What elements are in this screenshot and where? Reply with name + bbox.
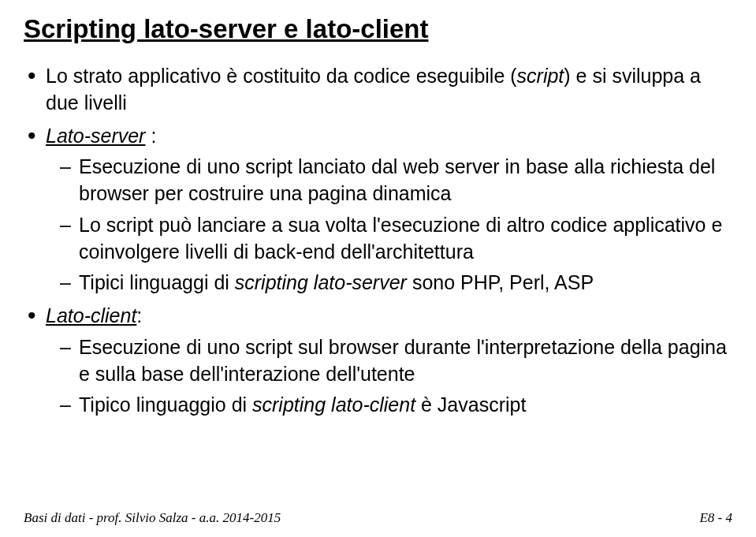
footer-left: Basi di dati - prof. Silvio Salza - a.a.… xyxy=(24,510,281,526)
bullet-2-colon: : xyxy=(145,125,156,147)
bullet-3-sublist: Esecuzione di uno script sul browser dur… xyxy=(46,334,732,419)
bullet-1-italic: script xyxy=(517,65,564,87)
bullet-3-sub-2: Tipico linguaggio di scripting lato-clie… xyxy=(60,392,732,419)
bullet-3-sub-2-post: è Javascript xyxy=(415,393,526,416)
bullet-list: Lo strato applicativo è costituito da co… xyxy=(24,63,732,419)
bullet-2-sublist: Esecuzione di uno script lanciato dal we… xyxy=(46,154,732,296)
bullet-2-sub-3-pre: Tipici linguaggi di xyxy=(79,271,235,293)
footer: Basi di dati - prof. Silvio Salza - a.a.… xyxy=(24,510,732,526)
bullet-1: Lo strato applicativo è costituito da co… xyxy=(24,63,732,117)
footer-right: E8 - 4 xyxy=(699,510,732,526)
bullet-2-label: Lato-server xyxy=(46,125,145,147)
bullet-3-sub-2-pre: Tipico linguaggio di xyxy=(79,393,252,416)
bullet-2-sub-3-post: sono PHP, Perl, ASP xyxy=(407,271,594,293)
bullet-1-pre: Lo strato applicativo è costituito da co… xyxy=(46,65,517,87)
bullet-2-sub-2: Lo script può lanciare a sua volta l'ese… xyxy=(60,212,732,266)
bullet-2-sub-1: Esecuzione di uno script lanciato dal we… xyxy=(60,154,732,207)
bullet-3-label: Lato-client xyxy=(46,304,136,326)
bullet-3: Lato-client: Esecuzione di uno script su… xyxy=(24,303,732,419)
bullet-2-sub-3-italic: scripting lato-server xyxy=(235,271,407,293)
bullet-2: Lato-server : Esecuzione di uno script l… xyxy=(24,123,732,297)
bullet-3-colon: : xyxy=(136,304,142,326)
bullet-3-sub-1: Esecuzione di uno script sul browser dur… xyxy=(60,334,732,388)
slide-title: Scripting lato-server e lato-client xyxy=(24,14,732,44)
bullet-2-sub-3: Tipici linguaggi di scripting lato-serve… xyxy=(60,270,732,296)
bullet-3-sub-2-italic: scripting lato-client xyxy=(252,393,415,416)
